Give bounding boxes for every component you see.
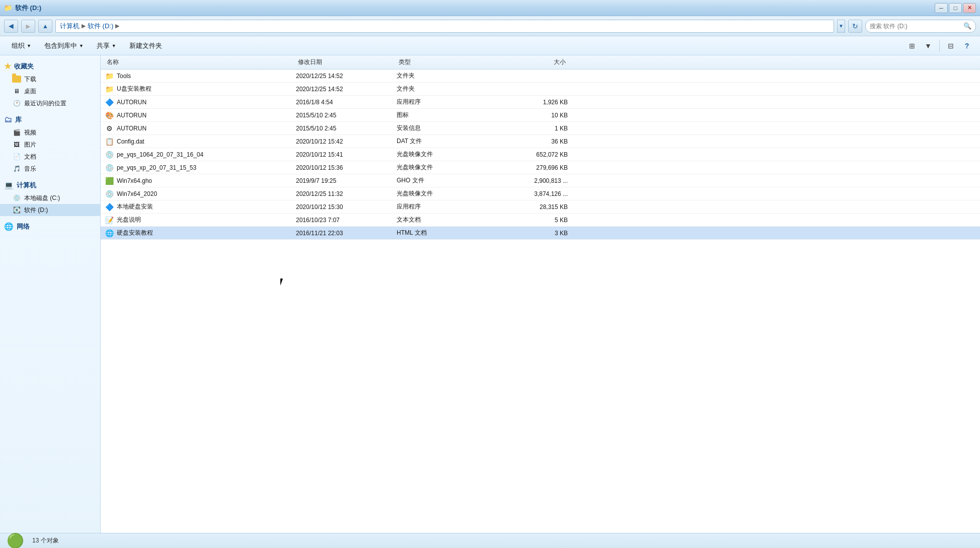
maximize-button[interactable]: □ [949, 3, 962, 13]
sidebar-item-documents[interactable]: 📄 文档 [0, 151, 100, 163]
file-date-cell: 2016/1/8 4:54 [296, 99, 397, 106]
table-row[interactable]: 🟩 Win7x64.gho 2019/9/7 19:25 GHO 文件 2,90… [101, 174, 980, 187]
file-type-cell: 文件夹 [397, 85, 487, 93]
file-icon: 💿 [105, 150, 114, 159]
status-bar: 🟢 13 个对象 [0, 533, 980, 548]
file-date-cell: 2016/10/23 7:07 [296, 217, 397, 224]
minimize-button[interactable]: ─ [935, 3, 948, 13]
table-row[interactable]: 🎨 AUTORUN 2015/5/10 2:45 图标 10 KB [101, 109, 980, 122]
file-name-cell: 📁 Tools [105, 72, 296, 81]
table-row[interactable]: 📋 Config.dat 2020/10/12 15:42 DAT 文件 36 … [101, 135, 980, 148]
sidebar-header-favorites[interactable]: ★ 收藏夹 [0, 59, 100, 73]
table-row[interactable]: ⚙ AUTORUN 2015/5/10 2:45 安装信息 1 KB [101, 122, 980, 135]
computer-icon: 💻 [4, 181, 14, 190]
column-headers: 名称 修改日期 类型 大小 [101, 55, 980, 70]
toolbar-right: ⊞ ▼ ⊟ ? [905, 39, 974, 52]
address-dropdown-button[interactable]: ▼ [837, 20, 845, 33]
documents-icon: 📄 [12, 152, 21, 161]
col-header-date[interactable]: 修改日期 [296, 55, 397, 69]
details-pane-button[interactable]: ⊟ [944, 39, 958, 52]
sidebar-header-library[interactable]: 🗂 库 [0, 113, 100, 126]
col-header-name[interactable]: 名称 [105, 55, 296, 69]
sidebar-item-video[interactable]: 🎬 视频 [0, 126, 100, 139]
search-input[interactable] [870, 23, 961, 30]
sidebar-item-downloads[interactable]: 下载 [0, 73, 100, 85]
ddrive-icon: 💽 [12, 206, 21, 215]
file-date-cell: 2020/10/12 15:30 [296, 203, 397, 211]
table-row[interactable]: 💿 Win7x64_2020 2020/12/25 11:32 光盘映像文件 3… [101, 187, 980, 200]
view-options-button[interactable]: ⊞ [905, 39, 919, 52]
share-button[interactable]: 共享 ▼ [91, 39, 122, 53]
up-button[interactable]: ▲ [38, 20, 52, 33]
col-header-size[interactable]: 大小 [487, 55, 568, 69]
forward-button[interactable]: ► [21, 20, 35, 33]
sidebar-section-computer: 💻 计算机 💿 本地磁盘 (C:) 💽 软件 (D:) [0, 179, 100, 216]
table-row[interactable]: 📁 Tools 2020/12/25 14:52 文件夹 [101, 70, 980, 83]
sidebar-header-computer[interactable]: 💻 计算机 [0, 179, 100, 192]
file-date-cell: 2020/10/12 15:41 [296, 151, 397, 158]
file-type-cell: 光盘映像文件 [397, 150, 487, 159]
file-type-cell: DAT 文件 [397, 137, 487, 146]
table-row[interactable]: 🌐 硬盘安装教程 2016/11/21 22:03 HTML 文档 3 KB [101, 227, 980, 240]
table-row[interactable]: 💿 pe_yqs_1064_20_07_31_16_04 2020/10/12 … [101, 148, 980, 161]
file-type-cell: 图标 [397, 111, 487, 119]
col-header-type[interactable]: 类型 [397, 55, 487, 69]
search-icon[interactable]: 🔍 [963, 22, 971, 30]
sidebar-item-ddrive[interactable]: 💽 软件 (D:) [0, 204, 100, 216]
organize-label: 组织 [12, 41, 25, 50]
help-button[interactable]: ? [960, 39, 974, 52]
file-name-cell: 🟩 Win7x64.gho [105, 176, 296, 185]
sidebar-item-desktop[interactable]: 🖥 桌面 [0, 85, 100, 97]
table-row[interactable]: 🔷 AUTORUN 2016/1/8 4:54 应用程序 1,926 KB [101, 96, 980, 109]
toolbar: 组织 ▼ 包含到库中 ▼ 共享 ▼ 新建文件夹 ⊞ ▼ ⊟ ? [0, 36, 980, 55]
sidebar-item-music[interactable]: 🎵 音乐 [0, 163, 100, 175]
favorites-label: 收藏夹 [14, 62, 34, 71]
sidebar-section-favorites: ★ 收藏夹 下载 🖥 桌面 🕐 最近访问的位置 [0, 59, 100, 109]
status-app-icon: 🟢 [6, 532, 24, 549]
refresh-button[interactable]: ↻ [848, 20, 862, 33]
file-name-text: 光盘说明 [117, 216, 141, 224]
share-arrow-icon: ▼ [112, 43, 116, 48]
include-library-button[interactable]: 包含到库中 ▼ [39, 39, 89, 53]
file-name-cell: 🔷 本地硬盘安装 [105, 202, 296, 212]
file-icon: 🌐 [105, 229, 114, 238]
table-row[interactable]: 💿 pe_yqs_xp_20_07_31_15_53 2020/10/12 15… [101, 161, 980, 174]
file-name-text: Win7x64.gho [117, 177, 152, 184]
table-row[interactable]: 📁 U盘安装教程 2020/12/25 14:52 文件夹 [101, 83, 980, 96]
recent-label: 最近访问的位置 [24, 99, 66, 108]
file-area: 名称 修改日期 类型 大小 📁 Tools 2020/12/25 14:52 文… [101, 55, 980, 533]
sidebar-item-recent[interactable]: 🕐 最近访问的位置 [0, 97, 100, 109]
file-icon: 📁 [105, 85, 114, 94]
file-size-cell: 652,072 KB [487, 151, 568, 158]
sidebar-item-cdrive[interactable]: 💿 本地磁盘 (C:) [0, 192, 100, 204]
sidebar-header-network[interactable]: 🌐 网络 [0, 220, 100, 233]
table-row[interactable]: 🔷 本地硬盘安装 2020/10/12 15:30 应用程序 28,315 KB [101, 200, 980, 214]
breadcrumb-computer[interactable]: 计算机 [60, 22, 80, 31]
breadcrumb-drive[interactable]: 软件 (D:) [88, 22, 113, 31]
search-box: 🔍 [865, 20, 976, 33]
sidebar-item-pictures[interactable]: 🖼 图片 [0, 139, 100, 151]
sidebar-section-library: 🗂 库 🎬 视频 🖼 图片 📄 文档 🎵 音乐 [0, 113, 100, 175]
file-size-cell: 28,315 KB [487, 203, 568, 211]
new-folder-button[interactable]: 新建文件夹 [124, 39, 168, 53]
downloads-label: 下载 [24, 75, 36, 84]
file-name-text: 本地硬盘安装 [117, 202, 153, 211]
file-name-text: Win7x64_2020 [117, 190, 157, 197]
sidebar-section-network: 🌐 网络 [0, 220, 100, 233]
network-icon: 🌐 [4, 222, 14, 231]
file-icon: 📝 [105, 216, 114, 225]
file-date-cell: 2019/9/7 19:25 [296, 177, 397, 184]
table-row[interactable]: 📝 光盘说明 2016/10/23 7:07 文本文档 5 KB [101, 214, 980, 227]
view-toggle-button[interactable]: ▼ [921, 39, 935, 52]
desktop-label: 桌面 [24, 87, 36, 96]
video-label: 视频 [24, 128, 36, 137]
file-type-cell: 光盘映像文件 [397, 163, 487, 172]
address-breadcrumb[interactable]: 计算机 ▶ 软件 (D:) ▶ [55, 20, 834, 33]
back-button[interactable]: ◄ [4, 20, 18, 33]
file-name-text: Config.dat [117, 138, 144, 145]
file-size-cell: 279,696 KB [487, 164, 568, 171]
file-name-cell: 🔷 AUTORUN [105, 98, 296, 107]
close-button[interactable]: ✕ [963, 3, 976, 13]
organize-button[interactable]: 组织 ▼ [6, 39, 37, 53]
file-date-cell: 2015/5/10 2:45 [296, 125, 397, 132]
